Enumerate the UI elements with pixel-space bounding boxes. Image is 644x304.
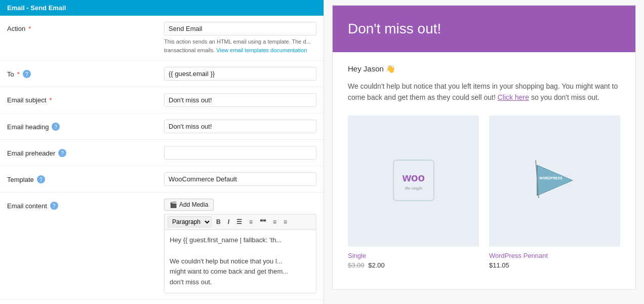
- help-icon-to[interactable]: ?: [23, 70, 31, 78]
- email-greeting: Hey Jason 👋: [348, 64, 620, 73]
- label-heading-text: Email heading: [7, 123, 49, 131]
- label-content-text: Email content: [7, 202, 47, 210]
- italic-button[interactable]: I: [225, 217, 232, 226]
- required-indicator-subject: *: [49, 96, 52, 104]
- product-price-1: $3.00 $2.00: [348, 261, 479, 269]
- product-grid: woo the single Single $3.00 $2.00: [348, 116, 620, 269]
- action-description: This action sends an HTML email using a …: [164, 37, 316, 54]
- product-price-2: $11.05: [489, 261, 620, 269]
- panel-header: Email - Send Email: [0, 0, 324, 16]
- field-to: [164, 67, 316, 81]
- align-left-button[interactable]: ≡: [270, 217, 279, 226]
- form-row-action: Action * This action sends an HTML email…: [0, 16, 324, 61]
- to-input[interactable]: [164, 67, 316, 81]
- required-indicator: *: [28, 25, 31, 32]
- add-media-icon: 🎬: [170, 201, 177, 208]
- label-to-text: To: [7, 70, 14, 78]
- subject-input[interactable]: [164, 93, 316, 107]
- email-preview-header: Don't miss out!: [348, 21, 620, 37]
- add-media-label: Add Media: [179, 201, 208, 208]
- help-icon-template[interactable]: ?: [37, 175, 45, 183]
- form-body: Action * This action sends an HTML email…: [0, 16, 324, 304]
- help-icon-preheader[interactable]: ?: [58, 149, 66, 157]
- label-template: Template ?: [7, 172, 164, 183]
- product-image-1: woo the single: [348, 116, 479, 247]
- field-preheader: [164, 146, 316, 160]
- form-row-preheader: Email preheader ?: [0, 140, 324, 166]
- label-content: Email content ?: [7, 199, 164, 210]
- format-select[interactable]: Paragraph Heading 1 Heading 2 Heading 3: [168, 216, 212, 227]
- left-panel: Email - Send Email Action * This action …: [0, 0, 324, 304]
- field-content: 🎬 Add Media Paragraph Heading 1 Heading …: [164, 199, 316, 293]
- heading-input[interactable]: [164, 120, 316, 133]
- form-row-subject: Email subject *: [0, 87, 324, 113]
- email-click-here-link[interactable]: Click here: [498, 93, 529, 101]
- svg-text:the single: the single: [405, 185, 422, 191]
- ul-button[interactable]: ☰: [234, 217, 245, 226]
- label-subject-text: Email subject: [7, 96, 46, 104]
- help-icon-heading[interactable]: ?: [52, 123, 60, 131]
- field-action: This action sends an HTML email using a …: [164, 22, 316, 54]
- email-header-banner: Don't miss out!: [333, 6, 635, 52]
- action-input[interactable]: [164, 22, 316, 35]
- blockquote-button[interactable]: ❝❝: [257, 217, 268, 226]
- label-action: Action *: [7, 22, 164, 32]
- template-input[interactable]: [164, 172, 316, 186]
- svg-text:woo: woo: [402, 171, 425, 184]
- label-preheader-text: Email preheader: [7, 149, 55, 157]
- editor-line2: We couldn't help but notice that you l..…: [170, 256, 311, 288]
- product-price-2-value: $11.05: [489, 261, 509, 269]
- view-templates-link[interactable]: View email templates documentation: [216, 47, 307, 53]
- label-action-text: Action: [7, 25, 25, 32]
- pennant-logo-image: WORDPRESS: [530, 155, 580, 206]
- svg-text:WORDPRESS: WORDPRESS: [539, 176, 562, 180]
- add-media-button[interactable]: 🎬 Add Media: [164, 199, 214, 211]
- product-item-1: woo the single Single $3.00 $2.00: [348, 116, 479, 269]
- form-row-template: Template ?: [0, 166, 324, 193]
- email-message: We couldn't help but notice that you lef…: [348, 81, 620, 103]
- editor-toolbar: Paragraph Heading 1 Heading 2 Heading 3 …: [164, 214, 316, 230]
- product-old-price-1: $3.00: [348, 261, 365, 269]
- form-row-content: Email content ? 🎬 Add Media Paragraph He…: [0, 193, 324, 300]
- ol-button[interactable]: ≡: [247, 217, 255, 226]
- form-row-heading: Email heading ?: [0, 113, 324, 140]
- product-name-1[interactable]: Single: [348, 252, 479, 259]
- help-icon-content[interactable]: ?: [50, 202, 58, 210]
- field-heading: [164, 120, 316, 133]
- field-template: [164, 172, 316, 186]
- right-panel: Don't miss out! Hey Jason 👋 We couldn't …: [324, 0, 644, 304]
- label-template-text: Template: [7, 176, 34, 183]
- svg-marker-3: [537, 165, 573, 196]
- woo-logo-image: woo the single: [388, 155, 439, 206]
- product-image-2: WORDPRESS: [489, 116, 620, 247]
- preheader-input[interactable]: [164, 146, 316, 160]
- product-new-price-1: $2.00: [368, 261, 385, 269]
- align-right-button[interactable]: ≡: [281, 217, 290, 226]
- label-preheader: Email preheader ?: [7, 146, 164, 157]
- label-subject: Email subject *: [7, 93, 164, 104]
- editor-line1: Hey {{ guest.first_name | fallback: 'th.…: [170, 235, 311, 246]
- form-row-to: To * ?: [0, 61, 324, 87]
- product-name-2[interactable]: WordPress Pennant: [489, 252, 620, 259]
- label-heading: Email heading ?: [7, 120, 164, 131]
- editor-content[interactable]: Hey {{ guest.first_name | fallback: 'th.…: [164, 230, 316, 293]
- email-body: Hey Jason 👋 We couldn't help but notice …: [333, 52, 635, 289]
- label-to: To * ?: [7, 67, 164, 78]
- panel-title: Email - Send Email: [7, 4, 66, 12]
- bold-button[interactable]: B: [214, 217, 223, 226]
- email-message-end: so you don't miss out.: [531, 93, 599, 101]
- required-indicator-to: *: [17, 70, 20, 78]
- field-subject: [164, 93, 316, 107]
- email-preview: Don't miss out! Hey Jason 👋 We couldn't …: [332, 5, 636, 290]
- product-item-2: WORDPRESS WordPress Pennant $11.05: [489, 116, 620, 269]
